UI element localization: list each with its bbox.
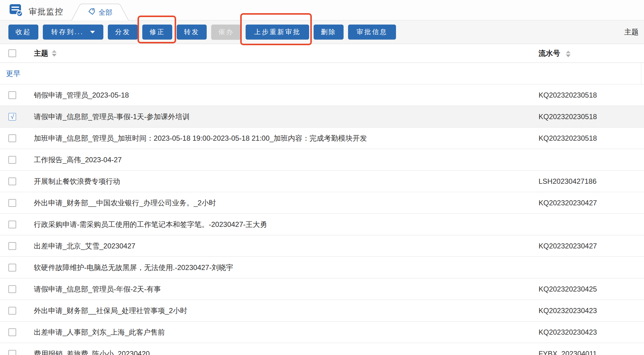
table-body: 销假申请_管理员_2023-05-18KQ202320230518√请假申请_信…	[0, 84, 644, 355]
row-checkbox[interactable]	[8, 134, 16, 142]
column-header-subject[interactable]: 主题	[34, 48, 48, 58]
table-row[interactable]: 请假申请_信息部_管理员-年假-2天-有事KQ202320230425	[0, 278, 644, 300]
table-row[interactable]: 外出申请_财务部__中国农业银行_办理公司业务。_2小时KQ2023202304…	[0, 192, 644, 214]
group-label[interactable]: 更早	[6, 69, 20, 78]
row-serial: KQ202320230518	[539, 91, 597, 99]
approval-monitor-page: 审批监控 全部 收起 转存到... 分发	[0, 0, 644, 355]
table-row[interactable]: 开展制止餐饮浪费专项行动LSH20230427186	[0, 171, 644, 192]
table-row[interactable]: 行政采购申请-需采购员工使用的工作笔记本和签字笔。-20230427-王大勇	[0, 214, 644, 235]
row-serial: KQ202320230518	[539, 134, 597, 142]
row-checkbox[interactable]	[8, 264, 16, 271]
row-checkbox[interactable]	[8, 178, 16, 185]
reapprove-previous-step-button[interactable]: 上步重新审批	[246, 25, 309, 40]
row-serial: LSH20230427186	[539, 177, 597, 186]
row-serial: KQ202320230423	[539, 307, 597, 315]
row-checkbox[interactable]	[8, 156, 16, 164]
table-header: 主题 流水号	[0, 44, 644, 63]
toolbar: 收起 转存到... 分发 修正 转发 催办 上步重新审批 删除 审批信息	[0, 20, 644, 44]
table-row[interactable]: 工作报告_高伟_2023-04-27	[0, 149, 644, 171]
table-row[interactable]: 出差申请_北京_艾雪_20230427KQ202320230427	[0, 235, 644, 257]
row-checkbox[interactable]: √	[8, 113, 16, 121]
tab-all[interactable]: 全部	[71, 3, 129, 20]
correct-button-wrap: 修正	[142, 25, 172, 40]
table-row[interactable]: 出差申请_人事部_刘东_上海_此客户售前KQ202320230423	[0, 321, 644, 343]
approval-info-button[interactable]: 审批信息	[348, 25, 396, 40]
approval-monitor-icon	[9, 3, 23, 17]
correct-button[interactable]: 修正	[142, 25, 172, 40]
row-serial: KQ202320230423	[539, 328, 597, 336]
select-all-checkbox[interactable]	[8, 49, 16, 57]
row-checkbox[interactable]	[8, 285, 16, 293]
table-row[interactable]: 软硬件故障维护-电脑总无故黑屏，无法使用.-20230427-刘晓宇	[0, 257, 644, 278]
row-checkbox[interactable]	[8, 242, 16, 250]
urge-button: 催办	[211, 25, 241, 40]
row-serial: FYBX_202304011	[539, 350, 597, 355]
row-serial: KQ202320230518	[539, 113, 597, 121]
row-checkbox[interactable]	[8, 307, 16, 315]
sort-arrows-icon[interactable]	[566, 51, 571, 57]
row-subject[interactable]: 行政采购申请-需采购员工使用的工作笔记本和签字笔。-20230427-王大勇	[34, 220, 644, 229]
row-serial: KQ202320230427	[539, 242, 597, 250]
titlebar: 审批监控 全部	[0, 0, 644, 20]
row-checkbox[interactable]	[8, 328, 16, 336]
group-row-earlier[interactable]: 更早	[0, 63, 644, 84]
row-checkbox[interactable]	[8, 199, 16, 207]
caret-down-icon	[90, 31, 95, 34]
tab-label: 全部	[99, 8, 112, 17]
transfer-to-label: 转存到...	[51, 28, 84, 37]
table-row[interactable]: 加班申请_信息部_管理员_加班时间：2023-05-18 19:00-2023-…	[0, 128, 644, 149]
reapprove-button-wrap: 上步重新审批	[246, 25, 309, 40]
row-checkbox[interactable]	[8, 350, 16, 355]
forward-button[interactable]: 转发	[177, 25, 207, 40]
tag-icon	[88, 8, 96, 17]
delete-button[interactable]: 删除	[314, 25, 344, 40]
table-row[interactable]: 费用报销_差旅费_陈小小_20230420FYBX_202304011	[0, 343, 644, 355]
page-title: 审批监控	[29, 6, 64, 17]
row-subject[interactable]: 工作报告_高伟_2023-04-27	[34, 155, 644, 165]
table-row[interactable]: 外出申请_财务部__社保局_处理社管事项_2小时KQ202320230423	[0, 300, 644, 321]
row-serial: KQ202320230427	[539, 199, 597, 207]
row-serial: KQ202320230425	[539, 285, 597, 293]
table-row[interactable]: √请假申请_信息部_管理员-事假-1天-参加课外培训KQ202320230518	[0, 106, 644, 128]
transfer-to-button[interactable]: 转存到...	[43, 25, 103, 40]
approval-table: 主题 流水号 更早 销假申请_管理员_2023-05-18KQ202320230…	[0, 44, 644, 355]
row-checkbox[interactable]	[8, 221, 16, 228]
row-checkbox[interactable]	[8, 91, 16, 99]
sort-arrows-icon[interactable]	[52, 50, 57, 57]
distribute-button[interactable]: 分发	[108, 25, 138, 40]
column-header-serial[interactable]: 流水号	[539, 49, 560, 57]
row-subject[interactable]: 软硬件故障维护-电脑总无故黑屏，无法使用.-20230427-刘晓宇	[34, 263, 644, 272]
collapse-button[interactable]: 收起	[8, 25, 38, 40]
subject-panel-label: 主题	[624, 20, 639, 44]
table-row[interactable]: 销假申请_管理员_2023-05-18KQ202320230518	[0, 84, 644, 106]
